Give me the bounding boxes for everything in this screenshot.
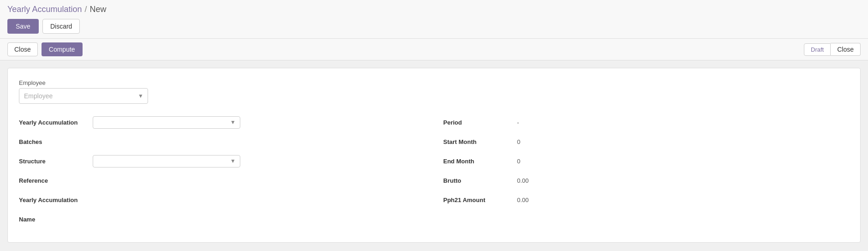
discard-button[interactable]: Discard [42,19,80,34]
save-button[interactable]: Save [7,19,39,34]
form-grid: Yearly Accumulation ▼ Batches Structure [19,115,849,231]
brutto-label: Brutto [443,177,517,184]
reference-row: Reference [19,173,425,188]
start-month-row: Start Month 0 [443,134,849,149]
structure-row: Structure ▼ [19,154,425,168]
close-right-button[interactable]: Close [831,43,861,56]
top-bar: Yearly Accumulation / New Save Discard [0,0,868,39]
right-section: Period - Start Month 0 End Month 0 Brutt… [443,115,849,231]
employee-section: Employee Employee ▼ [19,79,849,104]
period-row: Period - [443,115,849,130]
end-month-label: End Month [443,158,517,165]
batches-label: Batches [19,138,93,145]
brutto-row: Brutto 0.00 [443,173,849,188]
yearly-accumulation-label: Yearly Accumulation [19,119,93,126]
end-month-row: End Month 0 [443,154,849,168]
left-section: Yearly Accumulation ▼ Batches Structure [19,115,425,231]
breadcrumb-parent[interactable]: Yearly Accumulation [7,5,82,14]
employee-select[interactable]: Employee [19,88,148,104]
yearly-accumulation-name-label: Yearly Accumulation [19,197,93,203]
end-month-value: 0 [517,158,520,165]
main-content: Employee Employee ▼ Yearly Accumulation … [7,68,861,243]
action-bar-left: Close Compute [7,42,83,56]
employee-select-wrapper: Employee ▼ [19,88,148,104]
structure-label: Structure [19,158,93,165]
period-label: Period [443,119,517,126]
pph21-label: Pph21 Amount [443,197,517,203]
yearly-accumulation-row: Yearly Accumulation ▼ [19,115,425,130]
pph21-row: Pph21 Amount 0.00 [443,192,849,207]
start-month-value: 0 [517,138,520,145]
structure-select-wrapper: ▼ [93,155,240,167]
structure-select[interactable] [93,155,240,167]
close-button[interactable]: Close [7,42,38,56]
yearly-accumulation-select[interactable] [93,116,240,129]
name-label: Name [19,216,93,223]
breadcrumb: Yearly Accumulation / New [7,5,861,14]
compute-button[interactable]: Compute [42,42,83,56]
reference-label: Reference [19,177,93,184]
status-badge: Draft [804,43,831,56]
start-month-label: Start Month [443,138,517,145]
name-row: Name [19,212,425,227]
yearly-accumulation-name-row: Yearly Accumulation [19,192,425,207]
breadcrumb-separator: / [84,5,87,14]
brutto-value: 0.00 [517,177,529,184]
batches-row: Batches [19,134,425,149]
action-bar-right: Draft Close [804,43,861,56]
period-value: - [517,119,519,126]
pph21-value: 0.00 [517,197,529,203]
top-actions: Save Discard [7,19,861,34]
employee-label: Employee [19,79,849,86]
yearly-accumulation-select-wrapper: ▼ [93,116,240,129]
action-bar: Close Compute Draft Close [0,39,868,60]
breadcrumb-current: New [89,5,106,14]
